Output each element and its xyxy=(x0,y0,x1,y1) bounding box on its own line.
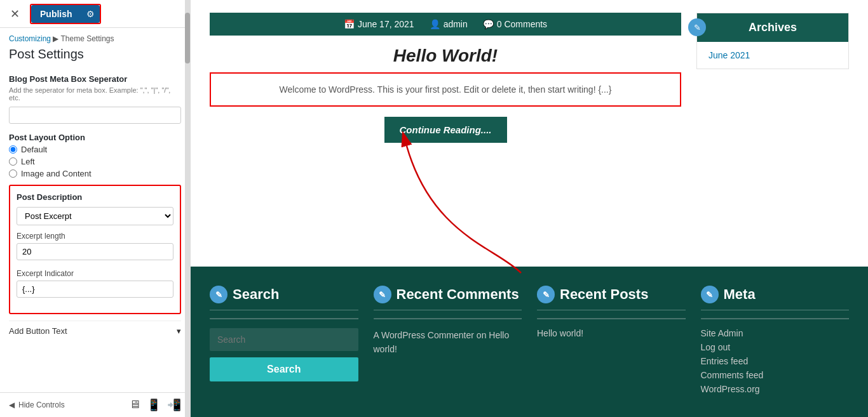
close-button[interactable]: ✕ xyxy=(5,4,25,23)
edit-pencil-archives[interactable]: ✎ xyxy=(688,18,706,36)
radio-left-label: Left xyxy=(21,157,35,166)
edit-pencil-meta[interactable]: ✎ xyxy=(701,286,719,303)
post-author: 👤 admin xyxy=(430,19,468,29)
excerpt-indicator-label: Excerpt Indicator xyxy=(17,269,173,278)
recent-post-link[interactable]: Hello world! xyxy=(537,328,686,338)
footer-area: ✎ Search Search ✎ Recent Comments A Word… xyxy=(191,267,868,417)
left-panel: ✕ Publish ⚙ Customizing ▶ Theme Settings… xyxy=(0,0,191,417)
post-comments: 💬 0 Comments xyxy=(483,19,547,29)
hide-controls[interactable]: ◀ Hide Controls xyxy=(9,400,65,409)
footer-recent-comments-widget: ✎ Recent Comments A WordPress Commenter … xyxy=(374,286,522,398)
footer-recent-comments-title: ✎ Recent Comments xyxy=(374,286,522,310)
meta-link-logout[interactable]: Log out xyxy=(701,342,850,352)
archives-june-link[interactable]: June 2021 xyxy=(709,50,750,60)
meta-link-wordpress-org[interactable]: WordPress.org xyxy=(701,384,850,394)
radio-default-label: Default xyxy=(21,145,47,154)
post-date-text: June 17, 2021 xyxy=(358,19,414,29)
post-description-section: Post Description Post Excerpt Full Post … xyxy=(9,185,181,314)
radio-default-input[interactable] xyxy=(9,145,17,154)
post-excerpt: Welcome to WordPress. This is your first… xyxy=(210,72,681,107)
bottom-bar: ◀ Hide Controls 🖥 📱 📲 xyxy=(0,392,190,417)
footer-recent-posts-widget: ✎ Recent Posts Hello world! xyxy=(537,286,686,398)
device-icons: 🖥 📱 📲 xyxy=(129,398,181,412)
hide-controls-label: Hide Controls xyxy=(18,400,65,409)
footer-search-input[interactable] xyxy=(210,328,358,351)
radio-image-content-label: Image and Content xyxy=(21,169,92,178)
meta-link-entries-feed[interactable]: Entries feed xyxy=(701,356,850,366)
publish-wrap: Publish ⚙ xyxy=(30,4,101,24)
preview-inner: 📅 June 17, 2021 👤 admin 💬 0 Comments Hel… xyxy=(191,0,868,417)
edit-pencil-comments[interactable]: ✎ xyxy=(374,286,391,303)
desktop-icon[interactable]: 🖥 xyxy=(129,398,140,412)
sidebar: ✎ Archives June 2021 xyxy=(696,13,849,254)
radio-left-input[interactable] xyxy=(9,157,17,166)
footer-search-title: ✎ Search xyxy=(210,286,358,310)
radio-left[interactable]: Left xyxy=(9,157,181,166)
post-title: Hello World! xyxy=(210,36,681,72)
page-title: Post Settings xyxy=(0,46,190,68)
breadcrumb-customizing[interactable]: Customizing xyxy=(9,34,51,43)
blog-post-meta-desc: Add the seperator for meta box. Example:… xyxy=(9,86,181,102)
radio-default[interactable]: Default xyxy=(9,145,181,154)
commenter-text: A WordPress Commenter on Hello world! xyxy=(374,328,522,357)
excerpt-length-label: Excerpt length xyxy=(17,232,173,241)
radio-image-content-input[interactable] xyxy=(9,169,17,178)
add-button-text-label: Add Button Text xyxy=(9,326,67,336)
publish-button[interactable]: Publish xyxy=(31,5,81,23)
radio-image-content[interactable]: Image and Content xyxy=(9,169,181,178)
post-author-text: admin xyxy=(444,19,468,29)
toggle-icon: ◀ xyxy=(9,400,15,409)
breadcrumb: Customizing ▶ Theme Settings xyxy=(0,28,190,46)
author-icon: 👤 xyxy=(430,19,440,29)
comments-icon: 💬 xyxy=(483,19,494,29)
main-content: 📅 June 17, 2021 👤 admin 💬 0 Comments Hel… xyxy=(210,13,681,254)
gear-button[interactable]: ⚙ xyxy=(81,5,100,23)
meta-link-site-admin[interactable]: Site Admin xyxy=(701,328,850,338)
archives-widget: ✎ Archives June 2021 xyxy=(696,13,849,69)
edit-pencil-search[interactable]: ✎ xyxy=(210,286,227,303)
excerpt-indicator-input[interactable] xyxy=(17,281,173,298)
add-button-text-row[interactable]: Add Button Text ▾ xyxy=(9,321,181,341)
post-layout-title: Post Layout Option xyxy=(9,133,181,142)
excerpt-length-input[interactable] xyxy=(17,243,173,260)
add-button-arrow-icon: ▾ xyxy=(177,326,181,336)
post-comments-text: 0 Comments xyxy=(497,19,547,29)
post-description-title: Post Description xyxy=(17,192,173,202)
archives-widget-content: June 2021 xyxy=(697,42,848,69)
breadcrumb-theme-settings: Theme Settings xyxy=(60,34,114,43)
blog-area: 📅 June 17, 2021 👤 admin 💬 0 Comments Hel… xyxy=(191,0,868,267)
footer-meta-title: ✎ Meta xyxy=(701,286,850,310)
radio-group-layout: Default Left Image and Content xyxy=(9,145,181,178)
post-date: 📅 June 17, 2021 xyxy=(344,19,414,29)
panel-scroll: Blog Post Meta Box Seperator Add the sep… xyxy=(0,68,190,392)
meta-link-comments-feed[interactable]: Comments feed xyxy=(701,370,850,380)
top-bar: ✕ Publish ⚙ xyxy=(0,0,190,28)
blog-post-meta-title: Blog Post Meta Box Seperator xyxy=(9,74,181,84)
footer-meta-widget: ✎ Meta Site Admin Log out Entries feed C… xyxy=(701,286,850,398)
archives-widget-title: Archives xyxy=(697,13,848,42)
meta-box-separator-input[interactable] xyxy=(9,107,181,124)
tablet-icon[interactable]: 📱 xyxy=(147,398,161,412)
breadcrumb-separator: ▶ xyxy=(51,34,60,43)
calendar-icon: 📅 xyxy=(344,19,355,29)
scrollbar-thumb xyxy=(185,13,190,63)
left-scrollbar[interactable] xyxy=(185,0,190,417)
post-meta-bar: 📅 June 17, 2021 👤 admin 💬 0 Comments xyxy=(210,13,681,36)
edit-pencil-posts[interactable]: ✎ xyxy=(537,286,555,303)
footer-recent-posts-title: ✎ Recent Posts xyxy=(537,286,686,310)
preview-area: 📅 June 17, 2021 👤 admin 💬 0 Comments Hel… xyxy=(191,0,868,417)
footer-search-widget: ✎ Search Search xyxy=(210,286,358,398)
footer-search-button[interactable]: Search xyxy=(210,357,358,381)
mobile-icon[interactable]: 📲 xyxy=(167,398,181,412)
post-description-select[interactable]: Post Excerpt Full Post xyxy=(17,207,173,225)
continue-reading-button[interactable]: Continue Reading.... xyxy=(384,117,507,143)
